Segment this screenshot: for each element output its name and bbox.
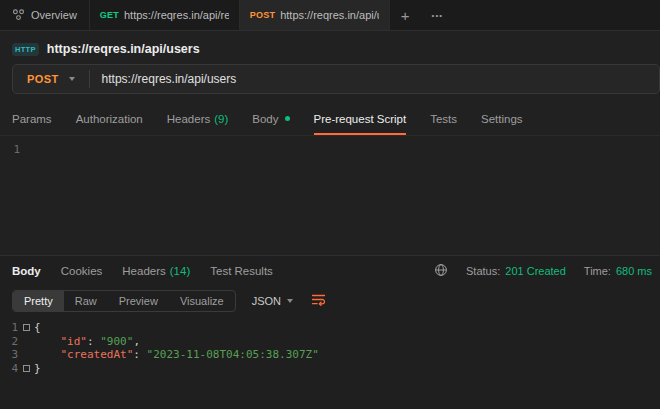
wrap-lines-button[interactable]	[309, 290, 328, 313]
body-modified-dot	[285, 116, 290, 121]
code-token: ,	[133, 335, 140, 348]
code-token: "createdAt"	[61, 348, 134, 361]
method-dropdown[interactable]: POST	[13, 73, 89, 85]
code-token: "id"	[61, 335, 88, 348]
view-tab-visualize[interactable]: Visualize	[169, 291, 235, 311]
view-tab-preview[interactable]: Preview	[108, 291, 169, 311]
tab-label: Pre-request Script	[314, 113, 407, 125]
tab-label: Settings	[481, 113, 523, 125]
response-body-code: 1{2 "id": "900",3 "createdAt": "2023-11-…	[0, 316, 660, 409]
tab-settings[interactable]: Settings	[481, 104, 523, 135]
tab-method-label: POST	[250, 10, 275, 20]
code-text: "createdAt": "2023-11-08T04:05:38.307Z"	[34, 348, 319, 362]
globe-icon[interactable]	[434, 263, 448, 279]
view-tab-label: Pretty	[24, 295, 53, 307]
fold-marker[interactable]	[18, 324, 34, 331]
view-tab-pretty[interactable]: Pretty	[13, 291, 64, 311]
fold-box-icon	[23, 365, 30, 372]
code-token	[34, 335, 61, 348]
response-tab-headers[interactable]: Headers (14)	[122, 265, 190, 277]
http-protocol-badge: HTTP	[12, 43, 39, 56]
url-bar-row: POST https://reqres.in/api/users	[0, 62, 660, 104]
tab-url-label: https://reqres.in/api/regis	[124, 9, 229, 21]
view-tab-label: Raw	[75, 295, 97, 307]
tab-tests[interactable]: Tests	[430, 104, 457, 135]
view-tab-label: Visualize	[180, 295, 224, 307]
tab-params[interactable]: Params	[12, 104, 52, 135]
editor-code-area[interactable]	[32, 136, 660, 255]
tab-label: Cookies	[61, 265, 103, 277]
fold-marker[interactable]	[18, 365, 34, 372]
tab-url-label: https://reqres.in/api/use	[280, 9, 379, 21]
code-line: 1{	[0, 321, 660, 335]
response-view-switcher: Pretty Raw Preview Visualize	[12, 290, 236, 312]
response-meta: Status: 201 Created Time: 680 ms	[434, 263, 652, 279]
api-client-window: Overview GET https://reqres.in/api/regis…	[0, 0, 660, 409]
response-tabs-row: Body Cookies Headers (14) Test Results	[0, 256, 660, 286]
code-token: "900"	[100, 335, 133, 348]
line-number: 1	[0, 321, 18, 335]
fold-box-icon	[23, 324, 30, 331]
format-dropdown[interactable]: JSON	[248, 292, 297, 310]
code-token: {	[34, 321, 41, 334]
response-tab-cookies[interactable]: Cookies	[61, 265, 103, 277]
tab-options-button[interactable]: •••	[421, 0, 454, 30]
new-tab-button[interactable]: +	[390, 0, 421, 30]
tab-label: Body	[252, 113, 278, 125]
code-text: {	[34, 321, 41, 335]
tab-authorization[interactable]: Authorization	[76, 104, 143, 135]
code-line: 4}	[0, 362, 660, 376]
tab-overview[interactable]: Overview	[0, 0, 90, 30]
code-line: 2 "id": "900",	[0, 335, 660, 349]
response-section: Body Cookies Headers (14) Test Results	[0, 255, 660, 409]
plus-icon: +	[401, 8, 410, 23]
line-number: 3	[0, 348, 18, 362]
code-token: :	[87, 335, 100, 348]
code-token	[34, 348, 61, 361]
pre-request-script-editor[interactable]: 1	[0, 136, 660, 255]
wrap-text-icon	[311, 292, 326, 311]
tab-bar: Overview GET https://reqres.in/api/regis…	[0, 0, 660, 31]
response-tab-test-results[interactable]: Test Results	[210, 265, 273, 277]
time-value: 680 ms	[616, 265, 652, 277]
tab-body[interactable]: Body	[252, 104, 289, 135]
tab-label: Headers	[122, 265, 165, 277]
code-token: "2023-11-08T04:05:38.307Z"	[147, 348, 319, 361]
view-tab-label: Preview	[119, 295, 158, 307]
request-title-row: HTTP https://reqres.in/api/users	[0, 31, 660, 62]
response-tab-body[interactable]: Body	[12, 265, 41, 277]
tab-request-post[interactable]: POST https://reqres.in/api/use	[240, 0, 390, 30]
tab-label: Body	[12, 265, 41, 277]
response-toolbar: Pretty Raw Preview Visualize JSON	[0, 286, 660, 316]
more-options-icon: •••	[432, 11, 443, 20]
view-tab-raw[interactable]: Raw	[64, 291, 108, 311]
overview-icon	[12, 8, 25, 23]
code-line: 3 "createdAt": "2023-11-08T04:05:38.307Z…	[0, 348, 660, 362]
url-input[interactable]: https://reqres.in/api/users	[90, 72, 249, 86]
tab-request-get[interactable]: GET https://reqres.in/api/regis	[90, 0, 240, 30]
code-token: }	[34, 362, 41, 375]
response-headers-count-badge: (14)	[170, 265, 190, 277]
tab-label: Authorization	[76, 113, 143, 125]
time-label: Time:	[584, 265, 611, 277]
editor-line-number: 1	[0, 136, 32, 255]
tab-headers[interactable]: Headers (9)	[167, 104, 229, 135]
headers-count-badge: (9)	[214, 113, 228, 125]
line-number: 2	[0, 335, 18, 349]
url-bar: POST https://reqres.in/api/users	[12, 64, 660, 94]
chevron-down-icon	[69, 77, 75, 81]
code-text: }	[34, 362, 41, 376]
request-title: https://reqres.in/api/users	[47, 42, 200, 56]
code-token: :	[133, 348, 146, 361]
tab-method-label: GET	[100, 10, 119, 20]
format-label: JSON	[252, 295, 281, 307]
tab-label: Tests	[430, 113, 457, 125]
status-label: Status:	[466, 265, 500, 277]
method-label: POST	[27, 73, 59, 85]
status-value: 201 Created	[505, 265, 566, 277]
tab-label: Test Results	[210, 265, 273, 277]
line-number: 4	[0, 362, 18, 376]
tab-pre-request-script[interactable]: Pre-request Script	[314, 104, 407, 135]
code-text: "id": "900",	[34, 335, 140, 349]
tab-label: Headers	[167, 113, 210, 125]
